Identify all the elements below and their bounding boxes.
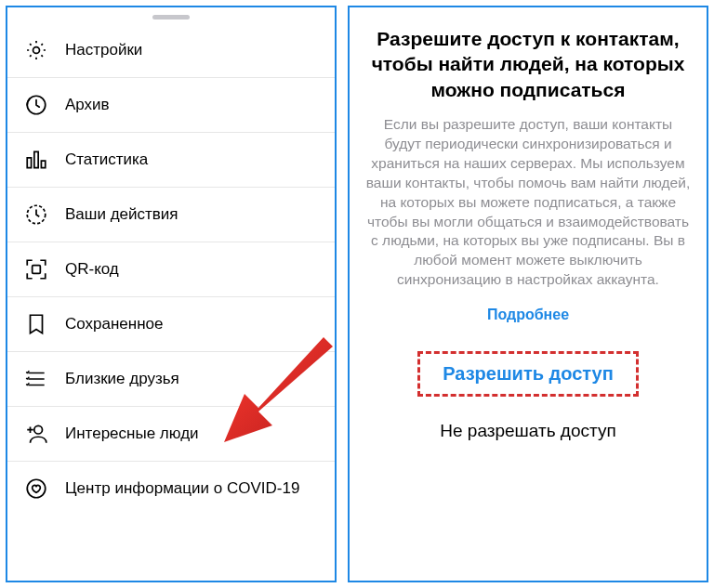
allow-access-button[interactable]: Разрешить доступ <box>443 363 614 385</box>
allow-highlight-box: Разрешить доступ <box>417 351 639 397</box>
menu-item-archive[interactable]: Архив <box>7 78 335 133</box>
close-friends-icon <box>24 367 48 391</box>
menu-item-close-friends[interactable]: Близкие друзья <box>7 352 335 407</box>
menu-item-saved[interactable]: Сохраненное <box>7 297 335 352</box>
menu-item-covid-info[interactable]: Центр информации о COVID-19 <box>7 462 335 516</box>
menu-item-label: Близкие друзья <box>65 370 179 388</box>
menu-item-settings[interactable]: Настройки <box>7 23 335 78</box>
menu-item-label: Сохраненное <box>65 315 163 333</box>
heart-circle-icon <box>24 477 48 501</box>
menu-item-activity[interactable]: Ваши действия <box>7 188 335 242</box>
menu-item-label: Ваши действия <box>65 205 178 224</box>
menu-item-qrcode[interactable]: QR-код <box>7 242 335 297</box>
gear-icon <box>24 38 48 62</box>
deny-access-button[interactable]: Не разрешать доступ <box>440 415 615 454</box>
menu-item-label: Настройки <box>65 41 142 59</box>
settings-menu-panel: Настройки Архив Статистика Ваши действия <box>6 6 337 582</box>
menu-item-discover-people[interactable]: Интересные люди <box>7 407 335 462</box>
svg-rect-3 <box>33 266 41 274</box>
svg-point-4 <box>34 425 43 434</box>
menu-item-label: Архив <box>65 96 110 114</box>
add-person-icon <box>24 422 48 446</box>
menu-item-label: Статистика <box>65 150 148 169</box>
dialog-body: Если вы разрешите доступ, ваши контакты … <box>364 115 692 290</box>
settings-menu: Настройки Архив Статистика Ваши действия <box>7 23 335 581</box>
svg-point-0 <box>33 47 40 54</box>
contacts-permission-dialog: Разрешите доступ к контактам, чтобы найт… <box>348 6 708 582</box>
dialog-title: Разрешите доступ к контактам, чтобы найт… <box>364 26 692 102</box>
menu-item-label: Центр информации о COVID-19 <box>65 479 299 498</box>
sheet-handle[interactable] <box>152 15 190 20</box>
qrcode-icon <box>24 257 48 281</box>
menu-item-label: QR-код <box>65 260 119 279</box>
activity-icon <box>24 203 48 227</box>
bookmark-icon <box>24 312 48 336</box>
menu-item-label: Интересные люди <box>65 425 199 443</box>
bar-chart-icon <box>24 148 48 172</box>
svg-point-5 <box>27 479 46 498</box>
menu-item-statistics[interactable]: Статистика <box>7 133 335 188</box>
learn-more-link[interactable]: Подробнее <box>487 307 569 323</box>
archive-icon <box>24 93 48 117</box>
